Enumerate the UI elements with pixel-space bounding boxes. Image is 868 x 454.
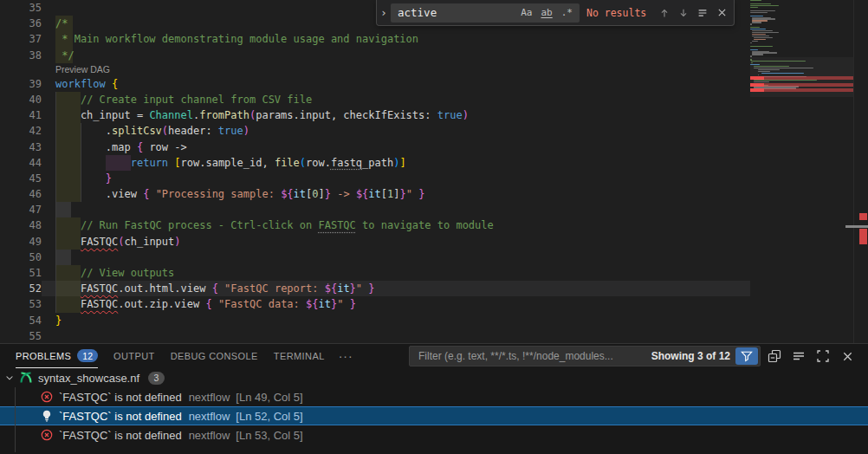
- overview-ruler-cursor-mark: [845, 225, 868, 228]
- code-line-45[interactable]: 45 }: [0, 171, 750, 186]
- problem-location: [Ln 53, Col 5]: [236, 429, 302, 442]
- find-close-icon[interactable]: [712, 3, 731, 23]
- find-toggle-replace-chevron-icon[interactable]: ›: [377, 6, 391, 19]
- indent-highlight: [55, 123, 81, 139]
- problem-source: nextflow: [189, 410, 230, 423]
- indent-highlight: [55, 250, 71, 265]
- minimap[interactable]: [750, 0, 853, 343]
- filter-icon[interactable]: [735, 347, 758, 365]
- close-panel-icon[interactable]: [837, 346, 858, 366]
- code-line-51[interactable]: 51 // View outputs: [0, 265, 750, 281]
- line-number[interactable]: 43: [0, 139, 42, 155]
- indent-highlight: [55, 202, 71, 217]
- code-editor[interactable]: 3536/*37 * Main workflow demonstrating m…: [0, 0, 868, 343]
- collapse-all-icon[interactable]: [764, 346, 785, 366]
- overview-ruler[interactable]: [853, 0, 868, 343]
- regex-icon[interactable]: .*: [558, 6, 576, 19]
- line-number[interactable]: 45: [0, 171, 42, 186]
- chevron-down-icon[interactable]: [0, 373, 19, 383]
- find-in-selection-icon[interactable]: [693, 3, 712, 23]
- view-as-list-icon[interactable]: [788, 346, 809, 366]
- code-line-55[interactable]: 55: [0, 328, 750, 343]
- code-line-49[interactable]: 49 FASTQC(ch_input): [0, 234, 750, 250]
- tab-debug-console-label: DEBUG CONSOLE: [171, 351, 258, 361]
- panel-tabs: PROBLEMS 12 OUTPUT DEBUG CONSOLE TERMINA…: [0, 344, 353, 368]
- codelens-preview-dag[interactable]: Preview DAG: [0, 63, 750, 76]
- find-query-text: active: [398, 6, 515, 19]
- problem-location: [Ln 52, Col 5]: [236, 410, 302, 423]
- tab-debug-console[interactable]: DEBUG CONSOLE: [171, 344, 258, 368]
- line-content: workflow {: [42, 78, 118, 90]
- minimap-error-mark: [750, 83, 853, 87]
- line-number[interactable]: 55: [0, 328, 42, 343]
- code-line-40[interactable]: 40 // Create input channel from CSV file: [0, 92, 750, 107]
- line-content: [42, 330, 55, 342]
- code-line-47[interactable]: 47: [0, 202, 750, 217]
- problems-file-row[interactable]: syntax_showcase.nf 3: [0, 368, 868, 387]
- line-number[interactable]: 46: [0, 186, 42, 202]
- find-input[interactable]: active Aa ab .*: [391, 3, 580, 23]
- problem-row[interactable]: `FASTQC` is not definednextflow[Ln 49, C…: [0, 387, 868, 406]
- code-line-37[interactable]: 37 * Main workflow demonstrating module …: [0, 31, 750, 47]
- line-number[interactable]: 44: [0, 155, 42, 171]
- problems-file-name: syntax_showcase.nf: [38, 372, 139, 385]
- line-number[interactable]: 35: [0, 0, 42, 16]
- tab-output[interactable]: OUTPUT: [113, 344, 155, 368]
- tab-terminal[interactable]: TERMINAL: [274, 344, 325, 368]
- tab-problems[interactable]: PROBLEMS 12: [16, 344, 98, 368]
- problem-message: `FASTQC` is not defined: [59, 429, 182, 442]
- code-line-48[interactable]: 48 // Run FastQC process - Ctrl-click on…: [0, 217, 750, 233]
- vscode-window: 3536/*37 * Main workflow demonstrating m…: [0, 0, 868, 454]
- line-number[interactable]: 42: [0, 123, 42, 139]
- line-number[interactable]: 50: [0, 250, 42, 265]
- line-number[interactable]: 52: [0, 281, 42, 296]
- code-line-41[interactable]: 41 ch_input = Channel.fromPath(params.in…: [0, 107, 750, 123]
- tree-indent-guide: [15, 387, 16, 452]
- line-number[interactable]: 39: [0, 76, 42, 92]
- find-widget: › active Aa ab .* No results: [376, 0, 735, 26]
- problem-row[interactable]: `FASTQC` is not definednextflow[Ln 52, C…: [0, 406, 868, 425]
- code-line-52[interactable]: 52 FASTQC.out.html.view { "FastQC report…: [0, 281, 750, 296]
- line-content: FASTQC.out.html.view { "FastQC report: $…: [42, 282, 375, 295]
- line-number[interactable]: 38: [0, 48, 42, 63]
- code-line-39[interactable]: 39workflow {: [0, 76, 750, 92]
- code-line-43[interactable]: 43 .map { row ->: [0, 139, 750, 155]
- code-line-50[interactable]: 50: [0, 250, 750, 265]
- line-number[interactable]: 49: [0, 234, 42, 250]
- maximize-panel-icon[interactable]: [813, 346, 833, 366]
- indent-highlight: [55, 186, 81, 202]
- line-number[interactable]: 54: [0, 313, 42, 328]
- line-number[interactable]: 40: [0, 92, 42, 107]
- problems-filter-input[interactable]: [417, 349, 648, 363]
- line-number[interactable]: 37: [0, 31, 42, 47]
- indent-highlight: [55, 92, 81, 107]
- problem-row[interactable]: `FASTQC` is not definednextflow[Ln 53, C…: [0, 425, 868, 444]
- tab-problems-label: PROBLEMS: [16, 351, 71, 361]
- code-lines: 3536/*37 * Main workflow demonstrating m…: [0, 0, 750, 343]
- code-line-44[interactable]: 44 return [row.sample_id, file(row.fastq…: [0, 155, 750, 171]
- find-previous-icon[interactable]: [655, 3, 674, 23]
- line-content: }: [42, 315, 62, 327]
- problems-tree: syntax_showcase.nf 3 `FASTQC` is not def…: [0, 368, 868, 454]
- line-number[interactable]: 48: [0, 217, 42, 233]
- code-line-46[interactable]: 46 .view { "Processing sample: ${it[0]} …: [0, 186, 750, 202]
- problem-location: [Ln 49, Col 5]: [236, 391, 302, 404]
- find-next-icon[interactable]: [674, 3, 693, 23]
- line-number[interactable]: 36: [0, 16, 42, 31]
- line-number[interactable]: 41: [0, 107, 42, 123]
- code-line-38[interactable]: 38 */: [0, 48, 750, 63]
- nextflow-file-icon: [19, 371, 33, 385]
- code-line-53[interactable]: 53 FASTQC.out.zip.view { "FastQC data: $…: [0, 296, 750, 312]
- indent-highlight: [55, 234, 81, 250]
- indent-highlight: [55, 171, 81, 186]
- more-tabs-icon[interactable]: ···: [339, 349, 353, 363]
- bottom-panel: PROBLEMS 12 OUTPUT DEBUG CONSOLE TERMINA…: [0, 343, 868, 454]
- line-number[interactable]: 51: [0, 265, 42, 281]
- match-case-icon[interactable]: Aa: [517, 6, 535, 19]
- line-number[interactable]: 47: [0, 202, 42, 217]
- code-line-54[interactable]: 54}: [0, 313, 750, 328]
- whole-word-icon[interactable]: ab: [538, 6, 556, 19]
- line-content: [42, 204, 55, 216]
- line-number[interactable]: 53: [0, 296, 42, 312]
- code-line-42[interactable]: 42 .splitCsv(header: true): [0, 123, 750, 139]
